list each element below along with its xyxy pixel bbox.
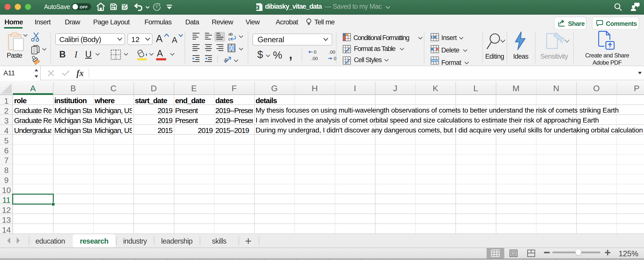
svg-text:.00: .00 — [311, 56, 318, 61]
svg-text:0: 0 — [314, 49, 316, 55]
svg-text:c: c — [228, 37, 230, 41]
svg-text:.00: .00 — [329, 49, 335, 55]
svg-text:ab: ab — [228, 32, 232, 36]
svg-text:0: 0 — [334, 56, 336, 61]
